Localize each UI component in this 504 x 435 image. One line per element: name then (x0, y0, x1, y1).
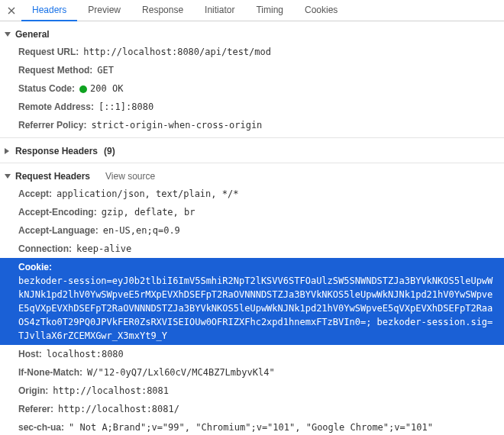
kv-key: Connection: (18, 242, 72, 256)
request-header-row: Accept:application/json, text/plain, */* (0, 185, 504, 203)
general-row: Referrer Policy: strict-origin-when-cros… (0, 116, 504, 134)
general-row: Request URL: http://localhost:8080/api/t… (0, 43, 504, 61)
kv-key: Remote Address: (18, 100, 94, 114)
kv-key: If-None-Match: (18, 366, 82, 379)
section-response-headers[interactable]: Response Headers (9) (0, 141, 504, 160)
kv-key: Accept-Language: (18, 224, 99, 237)
general-row: Status Code: 200 OK (0, 79, 504, 98)
request-header-row: Origin:http://localhost:8081 (0, 382, 504, 400)
request-header-row: Accept-Encoding:gzip, deflate, br (0, 203, 504, 221)
tab-timing[interactable]: Timing (245, 0, 294, 21)
section-title: General (15, 29, 50, 40)
status-dot-icon (79, 85, 87, 93)
request-header-row: Host:localhost:8080 (0, 345, 504, 363)
kv-value: gzip, deflate, br (102, 205, 195, 219)
tab-cookies[interactable]: Cookies (294, 0, 348, 21)
kv-key: Origin: (18, 384, 48, 398)
kv-value: W/"12-0yQ7/Lxl60cV/MC4BZ7LmbyvKl4" (87, 366, 275, 379)
kv-value: strict-origin-when-cross-origin (91, 118, 262, 132)
kv-value: GET (97, 63, 114, 77)
kv-key: Request Method: (18, 63, 92, 77)
section-title: Response Headers (15, 146, 98, 156)
kv-value: http://localhost:8081 (53, 384, 169, 398)
request-header-row: Referer:http://localhost:8081/ (0, 400, 504, 418)
general-row: Remote Address: [::1]:8080 (0, 98, 504, 116)
divider (0, 137, 504, 138)
chevron-down-icon (5, 174, 11, 179)
tab-preview[interactable]: Preview (77, 0, 131, 21)
header-count: (9) (104, 146, 115, 156)
section-general[interactable]: General (0, 24, 504, 43)
section-title: Request Headers (15, 171, 90, 182)
kv-key: Accept: (18, 187, 52, 201)
kv-value: application/json, text/plain, */* (57, 187, 238, 201)
kv-key: Accept-Encoding: (18, 205, 97, 219)
tab-initiator[interactable]: Initiator (194, 0, 245, 21)
kv-value: bezkoder-session=eyJ0b2tlbiI6ImV5SmhiR2N… (18, 274, 496, 343)
devtools-tabbar: Headers Preview Response Initiator Timin… (0, 0, 504, 21)
kv-value: http://localhost:8080/api/test/mod (83, 45, 271, 59)
kv-value: http://localhost:8081/ (58, 402, 179, 416)
kv-value: localhost:8080 (47, 347, 124, 361)
kv-value: en-US,en;q=0.9 (103, 224, 180, 237)
general-row: Request Method: GET (0, 61, 504, 79)
kv-key: Cookie: (18, 260, 52, 274)
tab-headers[interactable]: Headers (21, 0, 77, 21)
kv-key: Referer: (18, 402, 53, 416)
tab-response[interactable]: Response (131, 0, 194, 21)
headers-panel: General Request URL: http://localhost:80… (0, 21, 504, 435)
chevron-down-icon (5, 32, 11, 37)
kv-value: [::1]:8080 (99, 100, 153, 114)
section-request-headers[interactable]: Request Headers View source (0, 166, 504, 185)
status-text: 200 OK (90, 83, 123, 94)
request-header-row: sec-ch-ua:" Not A;Brand";v="99", "Chromi… (0, 418, 504, 435)
divider (0, 163, 504, 163)
kv-value: 200 OK (79, 82, 123, 95)
close-icon[interactable] (3, 2, 20, 19)
request-header-row: Accept-Language:en-US,en;q=0.9 (0, 221, 504, 240)
kv-key: Status Code: (18, 82, 75, 95)
view-source-link[interactable]: View source (105, 171, 155, 182)
kv-key: Referrer Policy: (18, 118, 86, 132)
chevron-right-icon (5, 148, 9, 154)
kv-key: sec-ch-ua: (18, 420, 64, 434)
request-header-row: Connection:keep-alive (0, 240, 504, 258)
kv-key: Host: (18, 347, 42, 361)
kv-value: keep-alive (76, 242, 131, 256)
request-header-row: If-None-Match:W/"12-0yQ7/Lxl60cV/MC4BZ7L… (0, 363, 504, 382)
kv-key: Request URL: (18, 45, 79, 59)
kv-value: " Not A;Brand";v="99", "Chromium";v="101… (69, 420, 433, 434)
request-header-row: Cookie:bezkoder-session=eyJ0b2tlbiI6ImV5… (0, 258, 504, 345)
